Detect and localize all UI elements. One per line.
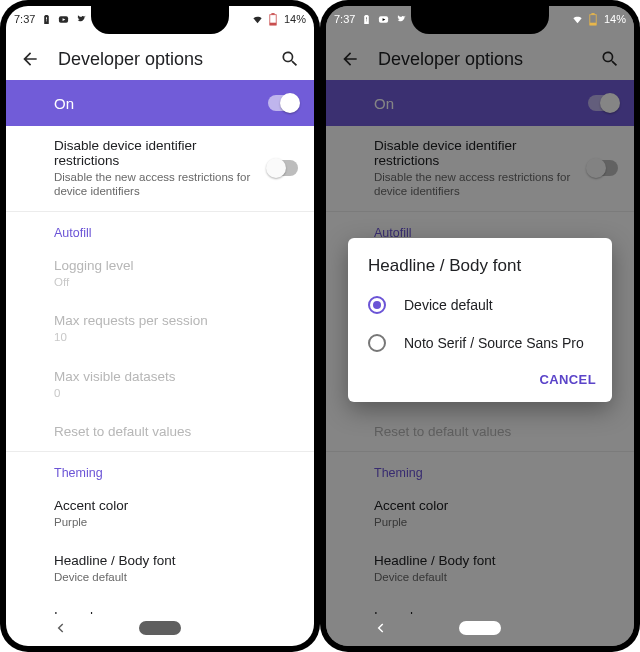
device-id-switch[interactable] [268,160,298,176]
wifi-icon [252,14,263,25]
setting-logging-level[interactable]: Logging level Off [6,246,314,301]
svg-rect-11 [590,22,596,24]
section-header-autofill: Autofill [6,212,314,246]
setting-max-datasets[interactable]: Max visible datasets 0 [6,357,314,412]
setting-device-id-restrictions[interactable]: Disable device identifier restrictions D… [6,126,314,211]
setting-accent-color[interactable]: Accent color Purple [6,486,314,541]
app-bar: Developer options [326,38,634,80]
app-bar: Developer options [6,38,314,80]
status-battery-text: 14% [604,13,626,25]
master-toggle-row[interactable]: On [6,80,314,126]
setting-subtitle: Disable the new access restrictions for … [54,170,260,199]
screen-left: 7:37 14% Developer options [6,6,314,646]
battery-alert-icon [41,14,52,25]
master-toggle-row: On [326,80,634,126]
setting-max-requests[interactable]: Max requests per session 10 [6,301,314,356]
back-button[interactable] [338,47,362,71]
radio-label: Device default [404,297,493,313]
page-title: Developer options [362,49,598,70]
setting-reset-defaults[interactable]: Reset to default values [6,412,314,451]
master-toggle-label: On [54,95,268,112]
screen-right: 7:37 14% Developer options [326,6,634,646]
nav-back-button[interactable] [374,621,388,635]
master-toggle-switch [588,95,618,111]
radio-label: Noto Serif / Source Sans Pro [404,335,584,351]
search-button[interactable] [598,47,622,71]
setting-title: Disable device identifier restrictions [54,138,260,168]
page-title: Developer options [42,49,278,70]
search-button[interactable] [278,47,302,71]
youtube-icon [378,14,389,25]
status-battery-text: 14% [284,13,306,25]
twitter-icon [75,14,86,25]
status-time: 7:37 [334,13,355,25]
font-picker-dialog: Headline / Body font Device default Noto… [348,238,612,402]
radio-icon [368,296,386,314]
cancel-button[interactable]: CANCEL [539,372,596,387]
setting-headline-body-font[interactable]: Headline / Body font Device default [6,541,314,596]
nav-back-button[interactable] [54,621,68,635]
notch [91,6,229,34]
youtube-icon [58,14,69,25]
radio-icon [368,334,386,352]
phone-left: 7:37 14% Developer options [0,0,320,652]
status-time: 7:37 [14,13,35,25]
svg-rect-5 [270,22,276,24]
navigation-bar [326,614,634,642]
nav-home-pill[interactable] [459,621,501,635]
device-id-switch [588,160,618,176]
setting-icon-shape[interactable]: Icon shape Teardrop [6,597,314,614]
back-button[interactable] [18,47,42,71]
master-toggle-switch[interactable] [268,95,298,111]
section-header-theming: Theming [6,452,314,486]
nav-home-pill[interactable] [139,621,181,635]
wifi-icon [572,14,583,25]
setting-device-id-restrictions: Disable device identifier restrictions D… [326,126,634,211]
battery-icon [588,14,599,25]
radio-option-device-default[interactable]: Device default [348,286,612,324]
battery-icon [268,14,279,25]
radio-option-noto-serif[interactable]: Noto Serif / Source Sans Pro [348,324,612,362]
phone-right: 7:37 14% Developer options [320,0,640,652]
navigation-bar [6,614,314,642]
twitter-icon [395,14,406,25]
settings-list[interactable]: On Disable device identifier restriction… [6,80,314,614]
dialog-title: Headline / Body font [348,256,612,286]
battery-alert-icon [361,14,372,25]
notch [411,6,549,34]
